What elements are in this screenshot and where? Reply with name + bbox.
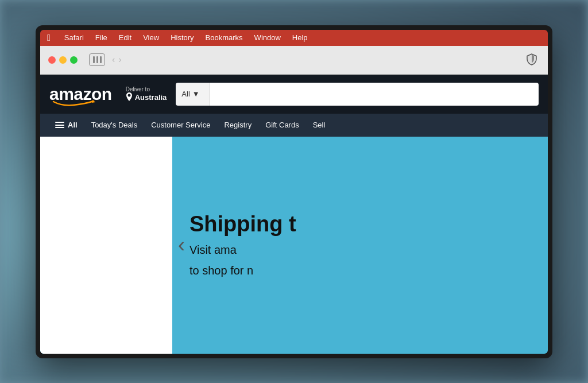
traffic-lights xyxy=(48,56,78,64)
search-bar[interactable]: All ▼ xyxy=(176,83,539,106)
hero-subtitle-line2: to shop for n xyxy=(189,262,531,278)
apple-menu[interactable]:  xyxy=(47,33,51,43)
menu-help[interactable]: Help xyxy=(292,33,308,42)
hero-content-area: ‹ Shipping t Visit ama to shop for n xyxy=(40,137,548,354)
hero-subtitle-line1: Visit ama xyxy=(189,242,531,258)
nav-todays-deals[interactable]: Today's Deals xyxy=(86,117,144,133)
hero-title: Shipping t xyxy=(189,211,531,238)
sidebar-panel xyxy=(40,137,172,354)
nav-sell[interactable]: Sell xyxy=(307,117,331,133)
nav-arrows: ‹ › xyxy=(112,55,122,65)
amazon-smile-arrow xyxy=(51,99,96,106)
menu-safari[interactable]: Safari xyxy=(64,33,84,42)
minimize-button[interactable] xyxy=(59,56,67,64)
search-category-select[interactable]: All ▼ xyxy=(176,83,210,106)
carousel-prev-button[interactable]: ‹ xyxy=(178,233,185,257)
menu-view[interactable]: View xyxy=(143,33,159,42)
browser-toolbar: ‹ › xyxy=(40,46,548,75)
forward-button[interactable]: › xyxy=(118,55,121,65)
back-button[interactable]: ‹ xyxy=(112,55,115,65)
chevron-down-icon: ▼ xyxy=(192,90,200,98)
browser-window:  Safari File Edit View History Bookmark… xyxy=(40,30,548,354)
close-button[interactable] xyxy=(48,56,56,64)
nav-registry[interactable]: Registry xyxy=(218,117,257,133)
search-input[interactable] xyxy=(210,83,539,106)
hero-text-area: Shipping t Visit ama to shop for n xyxy=(172,137,548,354)
amazon-nav-bar: All Today's Deals Customer Service Regis… xyxy=(40,114,548,137)
mac-menu-bar:  Safari File Edit View History Bookmark… xyxy=(40,30,548,46)
nav-customer-service[interactable]: Customer Service xyxy=(145,117,216,133)
hamburger-icon xyxy=(55,122,64,128)
menu-window[interactable]: Window xyxy=(254,33,281,42)
menu-history[interactable]: History xyxy=(171,33,194,42)
sidebar-toggle-button[interactable] xyxy=(89,53,105,66)
amazon-header: amazon Deliver to Australia All ▼ xyxy=(40,75,548,114)
menu-bookmarks[interactable]: Bookmarks xyxy=(206,33,243,42)
deliver-to-label: Deliver to xyxy=(126,86,167,92)
deliver-to-section[interactable]: Deliver to Australia xyxy=(126,86,167,102)
nav-all-button[interactable]: All xyxy=(49,117,83,133)
monitor-frame:  Safari File Edit View History Bookmark… xyxy=(36,25,552,358)
deliver-to-location: Australia xyxy=(126,92,167,102)
maximize-button[interactable] xyxy=(70,56,78,64)
menu-file[interactable]: File xyxy=(95,33,107,42)
menu-edit[interactable]: Edit xyxy=(119,33,131,42)
nav-gift-cards[interactable]: Gift Cards xyxy=(260,117,305,133)
amazon-logo[interactable]: amazon xyxy=(49,84,112,104)
shield-icon[interactable] xyxy=(524,52,540,68)
